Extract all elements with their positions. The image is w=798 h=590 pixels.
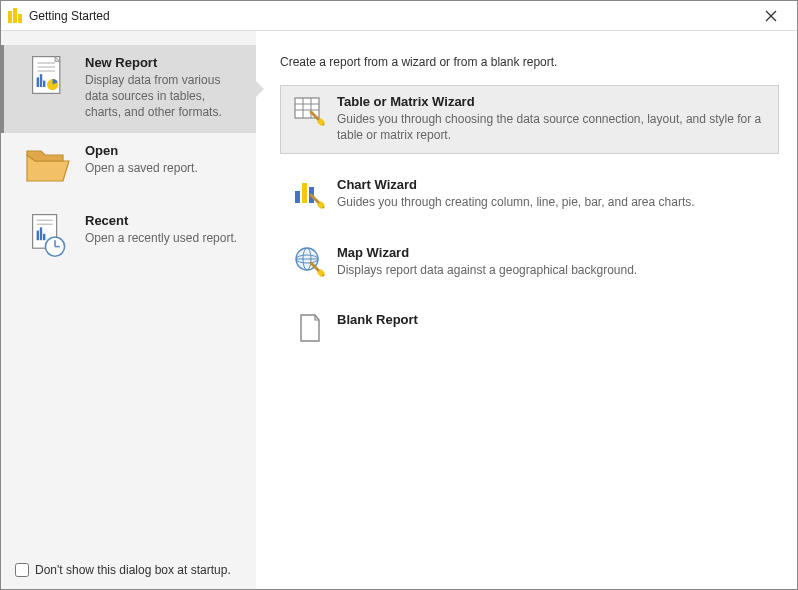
- dont-show-label[interactable]: Don't show this dialog box at startup.: [35, 563, 231, 577]
- sidebar-item-text: Open Open a saved report.: [79, 141, 242, 176]
- option-table-matrix-wizard[interactable]: Table or Matrix Wizard Guides you throug…: [280, 85, 779, 154]
- getting-started-dialog: Getting Started: [0, 0, 798, 590]
- option-text: Table or Matrix Wizard Guides you throug…: [331, 94, 768, 143]
- option-blank-report[interactable]: Blank Report: [280, 303, 779, 355]
- sidebar-item-new-report[interactable]: New Report Display data from various dat…: [1, 45, 256, 133]
- chart-wizard-icon: [287, 177, 331, 209]
- svg-rect-12: [43, 81, 45, 87]
- blank-document-icon: [287, 312, 331, 344]
- folder-open-icon: [15, 141, 79, 191]
- option-desc: Guides you through creating column, line…: [337, 194, 768, 210]
- sidebar-item-text: New Report Display data from various dat…: [79, 53, 242, 121]
- svg-rect-1: [13, 8, 17, 23]
- dialog-body: New Report Display data from various dat…: [1, 31, 797, 589]
- main-header: Create a report from a wizard or from a …: [280, 55, 779, 69]
- report-document-icon: [15, 53, 79, 103]
- svg-rect-2: [18, 14, 22, 23]
- option-text: Blank Report: [331, 312, 768, 329]
- dont-show-checkbox[interactable]: [15, 563, 29, 577]
- window-title: Getting Started: [29, 9, 751, 23]
- table-wizard-icon: [287, 94, 331, 126]
- svg-rect-18: [40, 227, 42, 240]
- option-map-wizard[interactable]: Map Wizard Displays report data against …: [280, 236, 779, 289]
- svg-rect-11: [40, 74, 42, 87]
- option-desc: Guides you through choosing the data sou…: [337, 111, 768, 143]
- svg-rect-19: [43, 233, 45, 239]
- sidebar-item-title: New Report: [85, 55, 238, 70]
- option-desc: Displays report data against a geographi…: [337, 262, 768, 278]
- sidebar-items: New Report Display data from various dat…: [1, 31, 256, 553]
- sidebar-item-desc: Display data from various data sources i…: [85, 72, 238, 121]
- sidebar-item-recent[interactable]: Recent Open a recently used report.: [1, 203, 256, 273]
- option-title: Map Wizard: [337, 245, 768, 260]
- option-title: Chart Wizard: [337, 177, 768, 192]
- option-title: Table or Matrix Wizard: [337, 94, 768, 109]
- svg-rect-10: [37, 77, 39, 87]
- sidebar-item-desc: Open a recently used report.: [85, 230, 238, 246]
- main-panel: Create a report from a wizard or from a …: [256, 31, 797, 589]
- sidebar-footer: Don't show this dialog box at startup.: [1, 553, 256, 589]
- sidebar-item-desc: Open a saved report.: [85, 160, 238, 176]
- titlebar: Getting Started: [1, 1, 797, 31]
- option-text: Chart Wizard Guides you through creating…: [331, 177, 768, 210]
- svg-rect-0: [8, 11, 12, 23]
- sidebar: New Report Display data from various dat…: [1, 31, 256, 589]
- app-icon: [7, 8, 23, 24]
- svg-rect-29: [295, 191, 300, 203]
- svg-rect-30: [302, 183, 307, 203]
- option-title: Blank Report: [337, 312, 768, 327]
- map-wizard-icon: [287, 245, 331, 277]
- sidebar-item-title: Open: [85, 143, 238, 158]
- svg-rect-17: [37, 230, 39, 240]
- sidebar-item-open[interactable]: Open Open a saved report.: [1, 133, 256, 203]
- sidebar-item-text: Recent Open a recently used report.: [79, 211, 242, 246]
- close-button[interactable]: [751, 2, 791, 30]
- sidebar-item-title: Recent: [85, 213, 238, 228]
- option-text: Map Wizard Displays report data against …: [331, 245, 768, 278]
- option-chart-wizard[interactable]: Chart Wizard Guides you through creating…: [280, 168, 779, 221]
- recent-document-icon: [15, 211, 79, 261]
